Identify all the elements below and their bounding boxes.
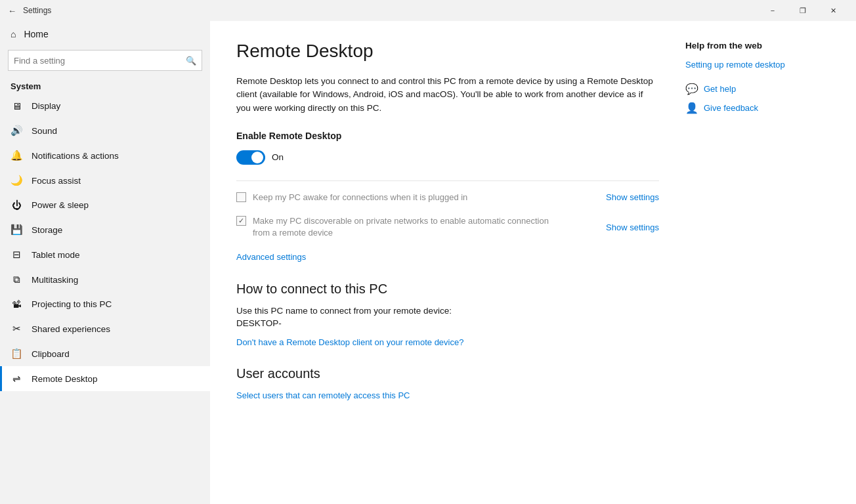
focus-icon: 🌙 bbox=[11, 175, 22, 186]
sidebar-item-label: Remote Desktop bbox=[32, 374, 98, 384]
no-client-link[interactable]: Don't have a Remote Desktop client on yo… bbox=[236, 337, 463, 347]
main-content: Remote Desktop Remote Desktop lets you c… bbox=[210, 21, 856, 504]
feedback-row: 👤 Give feedback bbox=[685, 102, 830, 114]
feedback-icon: 👤 bbox=[685, 102, 698, 114]
advanced-settings-link[interactable]: Advanced settings bbox=[236, 252, 306, 262]
multitasking-icon: ⧉ bbox=[11, 274, 22, 285]
sidebar-item-label: Display bbox=[32, 101, 60, 111]
toggle-label: On bbox=[272, 152, 284, 162]
app-body: ⌂ Home 🔍 System 🖥 Display 🔊 Sound 🔔 Noti… bbox=[0, 21, 856, 504]
notifications-icon: 🔔 bbox=[11, 150, 22, 161]
show-settings-link-1[interactable]: Show settings bbox=[606, 192, 659, 202]
sidebar-item-label: Focus assist bbox=[32, 176, 81, 186]
show-settings-link-2[interactable]: Show settings bbox=[606, 222, 659, 232]
sidebar-item-display[interactable]: 🖥 Display bbox=[0, 94, 210, 118]
sidebar-item-label: Notifications & actions bbox=[32, 151, 119, 161]
title-bar: ← Settings − ❐ ✕ bbox=[0, 0, 856, 21]
sidebar-item-label: Tablet mode bbox=[32, 250, 80, 260]
sidebar-item-notifications[interactable]: 🔔 Notifications & actions bbox=[0, 143, 210, 168]
sidebar-item-tablet[interactable]: ⊟ Tablet mode bbox=[0, 242, 210, 267]
sound-icon: 🔊 bbox=[11, 125, 22, 136]
sidebar-item-label: Multitasking bbox=[32, 275, 78, 285]
back-icon[interactable]: ← bbox=[8, 6, 16, 16]
sidebar-item-multitasking[interactable]: ⧉ Multitasking bbox=[0, 267, 210, 292]
sidebar-item-projecting[interactable]: 📽 Projecting to this PC bbox=[0, 292, 210, 316]
checkbox-1-text: Keep my PC awake for connections when it… bbox=[253, 192, 467, 203]
remote-icon: ⇌ bbox=[11, 373, 22, 385]
pc-name: DESKTOP- bbox=[236, 318, 659, 328]
content-area: Remote Desktop Remote Desktop lets you c… bbox=[236, 41, 659, 484]
page-title: Remote Desktop bbox=[236, 41, 659, 62]
setup-link[interactable]: Setting up remote desktop bbox=[685, 60, 830, 70]
get-help-link[interactable]: Get help bbox=[704, 84, 736, 94]
get-help-icon: 💬 bbox=[685, 83, 698, 95]
section-label: System bbox=[0, 76, 210, 94]
checkbox-section: Keep my PC awake for connections when it… bbox=[236, 180, 659, 240]
storage-icon: 💾 bbox=[11, 224, 22, 236]
close-button[interactable]: ✕ bbox=[818, 0, 848, 21]
minimize-button[interactable]: − bbox=[758, 0, 788, 21]
user-accounts-title: User accounts bbox=[236, 366, 659, 381]
clipboard-icon: 📋 bbox=[11, 348, 22, 360]
get-help-row: 💬 Get help bbox=[685, 83, 830, 95]
connect-desc: Use this PC name to connect from your re… bbox=[236, 306, 659, 316]
shared-icon: ✂ bbox=[11, 323, 22, 335]
tablet-icon: ⊟ bbox=[11, 249, 22, 261]
sidebar-item-label: Shared experiences bbox=[32, 324, 110, 334]
search-box[interactable]: 🔍 bbox=[8, 50, 202, 71]
user-accounts-section: User accounts Select users that can remo… bbox=[236, 366, 659, 401]
select-users-link[interactable]: Select users that can remotely access th… bbox=[236, 390, 410, 400]
app-title: Settings bbox=[23, 6, 51, 15]
home-label: Home bbox=[24, 29, 48, 39]
sidebar-item-clipboard[interactable]: 📋 Clipboard bbox=[0, 341, 210, 366]
sidebar-item-label: Projecting to this PC bbox=[32, 299, 112, 309]
how-connect-title: How to connect to this PC bbox=[236, 282, 659, 297]
enable-heading: Enable Remote Desktop bbox=[236, 131, 659, 141]
checkbox-2[interactable] bbox=[236, 216, 246, 226]
sidebar-home[interactable]: ⌂ Home bbox=[0, 21, 210, 47]
sidebar: ⌂ Home 🔍 System 🖥 Display 🔊 Sound 🔔 Noti… bbox=[0, 21, 210, 504]
maximize-button[interactable]: ❐ bbox=[788, 0, 818, 21]
right-panel: Help from the web Setting up remote desk… bbox=[685, 41, 830, 484]
sidebar-item-shared[interactable]: ✂ Shared experiences bbox=[0, 316, 210, 341]
toggle-row: On bbox=[236, 150, 659, 165]
sidebar-item-sound[interactable]: 🔊 Sound bbox=[0, 118, 210, 143]
how-connect-section: How to connect to this PC Use this PC na… bbox=[236, 282, 659, 348]
sidebar-item-label: Power & sleep bbox=[32, 200, 89, 210]
checkbox-row-2: Make my PC discoverable on private netwo… bbox=[236, 215, 659, 239]
display-icon: 🖥 bbox=[11, 100, 22, 112]
description: Remote Desktop lets you connect to and c… bbox=[236, 75, 659, 115]
sidebar-item-label: Storage bbox=[32, 225, 62, 235]
checkbox-2-text: Make my PC discoverable on private netwo… bbox=[253, 215, 551, 239]
search-input[interactable] bbox=[14, 56, 186, 66]
feedback-link[interactable]: Give feedback bbox=[704, 103, 758, 113]
sidebar-item-storage[interactable]: 💾 Storage bbox=[0, 217, 210, 242]
help-section-title: Help from the web bbox=[685, 41, 830, 51]
sidebar-item-label: Sound bbox=[32, 126, 57, 136]
search-icon: 🔍 bbox=[186, 56, 196, 66]
power-icon: ⏻ bbox=[11, 200, 22, 211]
checkbox-1[interactable] bbox=[236, 192, 246, 202]
remote-desktop-toggle[interactable] bbox=[236, 150, 265, 165]
projecting-icon: 📽 bbox=[11, 299, 22, 310]
sidebar-item-focus[interactable]: 🌙 Focus assist bbox=[0, 168, 210, 193]
home-icon: ⌂ bbox=[11, 29, 16, 39]
sidebar-item-power[interactable]: ⏻ Power & sleep bbox=[0, 193, 210, 217]
checkbox-row-1: Keep my PC awake for connections when it… bbox=[236, 192, 659, 203]
sidebar-item-label: Clipboard bbox=[32, 349, 70, 359]
sidebar-item-remote[interactable]: ⇌ Remote Desktop bbox=[0, 366, 210, 391]
